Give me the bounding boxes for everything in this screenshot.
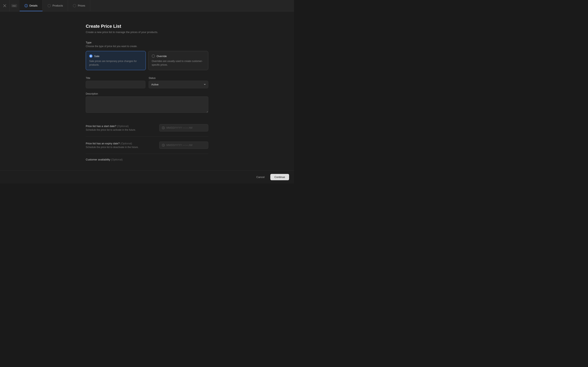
tab-prices-label: Prices	[78, 4, 85, 7]
override-radio-dot	[152, 54, 155, 58]
expiry-date-input[interactable]: MM/DD/YYYY —:— AM	[159, 142, 208, 149]
start-date-input[interactable]: MM/DD/YYYY —:— AM	[159, 124, 208, 132]
expiry-date-optional: (Optional)	[121, 142, 132, 145]
esc-badge: esc	[9, 0, 20, 11]
start-date-row: Price list has a start date? (Optional) …	[86, 124, 208, 132]
description-section: Description	[86, 92, 208, 113]
start-date-label: Price list has a start date? (Optional)	[86, 125, 154, 128]
start-date-sublabel: Schedule the price list to activate in t…	[86, 128, 154, 131]
title-label: Title	[86, 77, 145, 80]
sale-card-title: Sale	[94, 55, 99, 58]
footer: Cancel Continue	[0, 170, 294, 184]
customer-availability-optional: (Optional)	[111, 158, 123, 161]
expiry-date-sublabel: Schedule the price list to deactivate in…	[86, 146, 154, 149]
expiry-date-label: Price list has an expiry date? (Optional…	[86, 142, 154, 145]
clock-icon-expiry	[162, 144, 165, 147]
continue-button[interactable]: Continue	[270, 174, 289, 180]
svg-point-4	[26, 5, 26, 5]
customer-availability-section: Customer availability (Optional)	[86, 154, 208, 161]
svg-line-12	[163, 145, 164, 146]
status-group: Status Active Draft Inactive	[149, 77, 208, 88]
override-card-desc: Overrides are usually used to create cus…	[152, 59, 205, 67]
radio-card-sale[interactable]: Sale Sale prices are temporary price cha…	[86, 51, 146, 70]
type-label: Type	[86, 41, 208, 44]
override-card-header: Override	[152, 54, 205, 58]
tab-prices[interactable]: Prices	[68, 0, 90, 11]
type-desc: Choose the type of price list you want t…	[86, 45, 208, 48]
svg-point-6	[73, 4, 76, 7]
sale-card-header: Sale	[89, 54, 142, 58]
tab-details[interactable]: Details	[20, 0, 43, 11]
description-group: Description	[86, 92, 208, 113]
sale-card-desc: Sale prices are temporary price changes …	[89, 59, 142, 67]
start-date-section: Price list has a start date? (Optional) …	[86, 119, 208, 137]
clock-icon-start	[162, 126, 165, 129]
expiry-date-section: Price list has an expiry date? (Optional…	[86, 137, 208, 154]
status-select[interactable]: Active Draft Inactive	[149, 81, 208, 88]
customer-availability-label: Customer availability (Optional)	[86, 158, 208, 161]
products-grid-icon	[48, 4, 51, 7]
status-label: Status	[149, 77, 208, 80]
sale-radio-dot	[89, 54, 93, 58]
description-input[interactable]	[86, 96, 208, 113]
tab-products-label: Products	[52, 4, 63, 7]
override-card-title: Override	[156, 55, 167, 58]
type-radio-group: Sale Sale prices are temporary price cha…	[86, 51, 208, 70]
cancel-button[interactable]: Cancel	[253, 174, 268, 180]
form-container: Create Price List Create a new price lis…	[82, 24, 212, 161]
page-title: Create Price List	[86, 24, 208, 29]
expiry-date-row: Price list has an expiry date? (Optional…	[86, 142, 208, 149]
svg-line-9	[163, 128, 164, 128]
page-subtitle: Create a new price list to manage the pr…	[86, 31, 208, 34]
main-content: Create Price List Create a new price lis…	[0, 11, 294, 170]
title-group: Title	[86, 77, 145, 88]
start-date-placeholder: MM/DD/YYYY —:— AM	[166, 126, 192, 129]
info-icon	[25, 4, 28, 7]
close-button[interactable]	[0, 0, 9, 11]
title-input[interactable]	[86, 81, 145, 88]
type-section: Type Choose the type of price list you w…	[86, 41, 208, 70]
tab-products[interactable]: Products	[43, 0, 68, 11]
tab-details-label: Details	[29, 4, 38, 7]
start-date-label-group: Price list has a start date? (Optional) …	[86, 125, 154, 131]
svg-point-5	[48, 4, 51, 7]
expiry-date-label-group: Price list has an expiry date? (Optional…	[86, 142, 154, 149]
expiry-date-placeholder: MM/DD/YYYY —:— AM	[166, 144, 192, 147]
description-label: Description	[86, 92, 208, 95]
tab-bar: esc Details Products	[0, 0, 294, 11]
start-date-optional: (Optional)	[117, 125, 129, 128]
title-status-row: Title Status Active Draft Inactive	[86, 77, 208, 88]
prices-grid-icon	[73, 4, 76, 7]
modal-overlay: esc Details Products	[0, 0, 294, 184]
radio-card-override[interactable]: Override Overrides are usually used to c…	[148, 51, 208, 70]
